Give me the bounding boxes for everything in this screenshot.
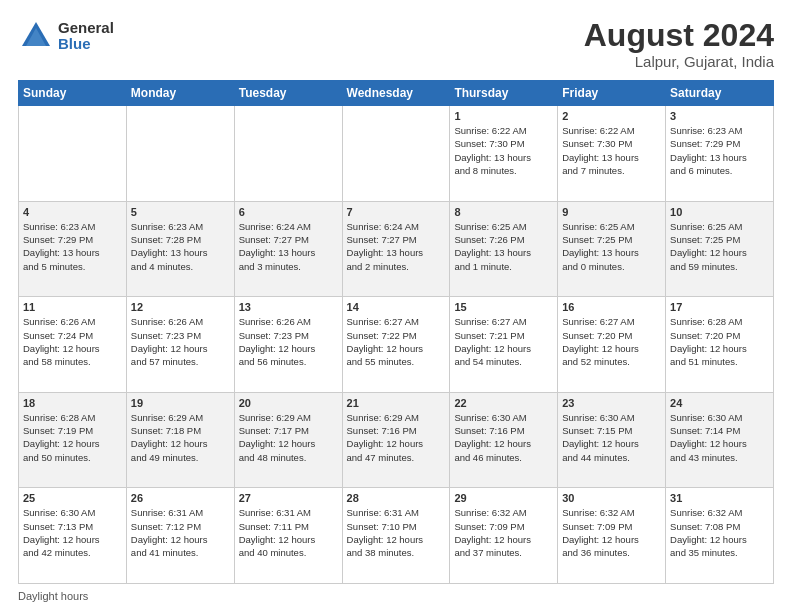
footer: Daylight hours [18,590,774,602]
day-info: Sunrise: 6:29 AM Sunset: 7:18 PM Dayligh… [131,411,230,464]
calendar-cell [19,106,127,202]
calendar-week-row: 1Sunrise: 6:22 AM Sunset: 7:30 PM Daylig… [19,106,774,202]
calendar-cell [234,106,342,202]
day-info: Sunrise: 6:32 AM Sunset: 7:09 PM Dayligh… [562,506,661,559]
calendar-cell: 16Sunrise: 6:27 AM Sunset: 7:20 PM Dayli… [558,297,666,393]
calendar-cell: 12Sunrise: 6:26 AM Sunset: 7:23 PM Dayli… [126,297,234,393]
calendar-cell: 10Sunrise: 6:25 AM Sunset: 7:25 PM Dayli… [666,201,774,297]
day-number: 24 [670,397,769,409]
day-number: 1 [454,110,553,122]
day-info: Sunrise: 6:31 AM Sunset: 7:11 PM Dayligh… [239,506,338,559]
day-number: 13 [239,301,338,313]
calendar-cell: 1Sunrise: 6:22 AM Sunset: 7:30 PM Daylig… [450,106,558,202]
day-number: 10 [670,206,769,218]
calendar-cell: 27Sunrise: 6:31 AM Sunset: 7:11 PM Dayli… [234,488,342,584]
calendar-cell: 8Sunrise: 6:25 AM Sunset: 7:26 PM Daylig… [450,201,558,297]
day-number: 12 [131,301,230,313]
day-info: Sunrise: 6:32 AM Sunset: 7:09 PM Dayligh… [454,506,553,559]
day-info: Sunrise: 6:32 AM Sunset: 7:08 PM Dayligh… [670,506,769,559]
day-info: Sunrise: 6:24 AM Sunset: 7:27 PM Dayligh… [239,220,338,273]
calendar-cell: 28Sunrise: 6:31 AM Sunset: 7:10 PM Dayli… [342,488,450,584]
calendar-week-row: 18Sunrise: 6:28 AM Sunset: 7:19 PM Dayli… [19,392,774,488]
day-info: Sunrise: 6:22 AM Sunset: 7:30 PM Dayligh… [562,124,661,177]
calendar-cell: 14Sunrise: 6:27 AM Sunset: 7:22 PM Dayli… [342,297,450,393]
calendar-cell: 25Sunrise: 6:30 AM Sunset: 7:13 PM Dayli… [19,488,127,584]
day-info: Sunrise: 6:27 AM Sunset: 7:20 PM Dayligh… [562,315,661,368]
col-header-sunday: Sunday [19,81,127,106]
day-number: 19 [131,397,230,409]
day-info: Sunrise: 6:31 AM Sunset: 7:12 PM Dayligh… [131,506,230,559]
col-header-tuesday: Tuesday [234,81,342,106]
day-number: 5 [131,206,230,218]
day-number: 31 [670,492,769,504]
day-number: 30 [562,492,661,504]
calendar-cell: 17Sunrise: 6:28 AM Sunset: 7:20 PM Dayli… [666,297,774,393]
calendar-cell: 6Sunrise: 6:24 AM Sunset: 7:27 PM Daylig… [234,201,342,297]
day-number: 8 [454,206,553,218]
day-info: Sunrise: 6:25 AM Sunset: 7:25 PM Dayligh… [562,220,661,273]
calendar-cell [342,106,450,202]
col-header-wednesday: Wednesday [342,81,450,106]
day-number: 11 [23,301,122,313]
day-number: 14 [347,301,446,313]
day-info: Sunrise: 6:28 AM Sunset: 7:20 PM Dayligh… [670,315,769,368]
day-number: 22 [454,397,553,409]
calendar-cell: 7Sunrise: 6:24 AM Sunset: 7:27 PM Daylig… [342,201,450,297]
day-number: 7 [347,206,446,218]
month-year: August 2024 [584,18,774,53]
header: General Blue August 2024 Lalpur, Gujarat… [18,18,774,70]
day-info: Sunrise: 6:23 AM Sunset: 7:29 PM Dayligh… [670,124,769,177]
calendar-cell: 30Sunrise: 6:32 AM Sunset: 7:09 PM Dayli… [558,488,666,584]
day-number: 15 [454,301,553,313]
day-info: Sunrise: 6:30 AM Sunset: 7:15 PM Dayligh… [562,411,661,464]
calendar-header-row: SundayMondayTuesdayWednesdayThursdayFrid… [19,81,774,106]
logo-general: General [58,20,114,37]
day-info: Sunrise: 6:30 AM Sunset: 7:13 PM Dayligh… [23,506,122,559]
daylight-label: Daylight hours [18,590,88,602]
calendar-week-row: 4Sunrise: 6:23 AM Sunset: 7:29 PM Daylig… [19,201,774,297]
calendar-cell: 22Sunrise: 6:30 AM Sunset: 7:16 PM Dayli… [450,392,558,488]
location: Lalpur, Gujarat, India [584,53,774,70]
day-number: 6 [239,206,338,218]
day-number: 9 [562,206,661,218]
day-info: Sunrise: 6:28 AM Sunset: 7:19 PM Dayligh… [23,411,122,464]
calendar-cell: 20Sunrise: 6:29 AM Sunset: 7:17 PM Dayli… [234,392,342,488]
day-number: 27 [239,492,338,504]
day-info: Sunrise: 6:26 AM Sunset: 7:23 PM Dayligh… [131,315,230,368]
calendar-cell: 13Sunrise: 6:26 AM Sunset: 7:23 PM Dayli… [234,297,342,393]
page: General Blue August 2024 Lalpur, Gujarat… [0,0,792,612]
calendar-cell: 23Sunrise: 6:30 AM Sunset: 7:15 PM Dayli… [558,392,666,488]
title-block: August 2024 Lalpur, Gujarat, India [584,18,774,70]
day-info: Sunrise: 6:26 AM Sunset: 7:24 PM Dayligh… [23,315,122,368]
day-info: Sunrise: 6:25 AM Sunset: 7:26 PM Dayligh… [454,220,553,273]
day-number: 23 [562,397,661,409]
col-header-friday: Friday [558,81,666,106]
calendar-cell: 26Sunrise: 6:31 AM Sunset: 7:12 PM Dayli… [126,488,234,584]
calendar-cell: 9Sunrise: 6:25 AM Sunset: 7:25 PM Daylig… [558,201,666,297]
day-info: Sunrise: 6:25 AM Sunset: 7:25 PM Dayligh… [670,220,769,273]
day-number: 21 [347,397,446,409]
day-number: 28 [347,492,446,504]
day-number: 20 [239,397,338,409]
day-number: 16 [562,301,661,313]
logo-text: General Blue [58,20,114,53]
day-number: 26 [131,492,230,504]
calendar-cell: 21Sunrise: 6:29 AM Sunset: 7:16 PM Dayli… [342,392,450,488]
col-header-saturday: Saturday [666,81,774,106]
day-info: Sunrise: 6:31 AM Sunset: 7:10 PM Dayligh… [347,506,446,559]
logo: General Blue [18,18,114,54]
calendar-cell: 4Sunrise: 6:23 AM Sunset: 7:29 PM Daylig… [19,201,127,297]
day-info: Sunrise: 6:23 AM Sunset: 7:28 PM Dayligh… [131,220,230,273]
calendar-table: SundayMondayTuesdayWednesdayThursdayFrid… [18,80,774,584]
day-info: Sunrise: 6:27 AM Sunset: 7:22 PM Dayligh… [347,315,446,368]
logo-icon [18,18,54,54]
day-number: 3 [670,110,769,122]
day-number: 4 [23,206,122,218]
day-info: Sunrise: 6:26 AM Sunset: 7:23 PM Dayligh… [239,315,338,368]
calendar-cell: 31Sunrise: 6:32 AM Sunset: 7:08 PM Dayli… [666,488,774,584]
day-number: 18 [23,397,122,409]
calendar-cell: 24Sunrise: 6:30 AM Sunset: 7:14 PM Dayli… [666,392,774,488]
day-number: 17 [670,301,769,313]
day-info: Sunrise: 6:30 AM Sunset: 7:16 PM Dayligh… [454,411,553,464]
day-info: Sunrise: 6:30 AM Sunset: 7:14 PM Dayligh… [670,411,769,464]
